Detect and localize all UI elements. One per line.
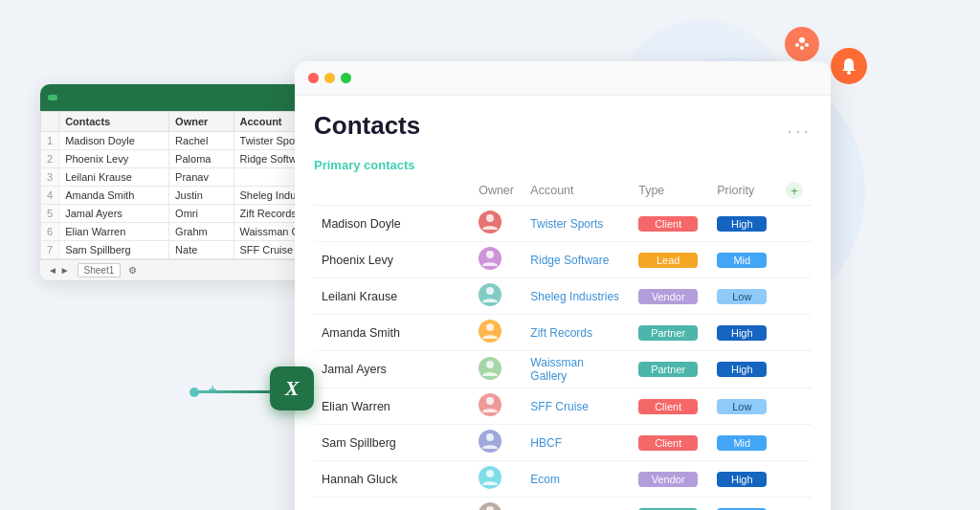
crm-card: Contacts ··· Primary contacts Owner Acco… bbox=[295, 61, 831, 510]
hubspot-icon bbox=[785, 27, 819, 61]
contact-owner-avatar bbox=[471, 425, 523, 461]
contact-type: Partner bbox=[631, 498, 709, 511]
win-close-dot bbox=[308, 73, 319, 83]
priority-badge: Low bbox=[717, 289, 767, 304]
excel-owner: Grahm bbox=[169, 223, 234, 241]
contact-name: Wolf Oppenhaim bbox=[314, 498, 471, 511]
svg-point-8 bbox=[847, 71, 851, 75]
contact-account[interactable]: Waissman Gallery bbox=[523, 351, 631, 388]
contact-row[interactable]: Hannah Gluck Ecom Vendor High bbox=[314, 461, 812, 498]
page-title: Contacts bbox=[314, 111, 420, 141]
contact-name: Phoenix Levy bbox=[314, 242, 471, 278]
contact-account[interactable]: Ridge Software bbox=[523, 242, 631, 278]
contact-actions bbox=[778, 461, 812, 498]
contact-row[interactable]: Elian Warren SFF Cruise Client Low bbox=[314, 388, 812, 425]
contact-row[interactable]: Jamal Ayers Waissman Gallery Partner Hig… bbox=[314, 351, 812, 388]
contact-actions bbox=[778, 498, 812, 511]
contact-owner-avatar bbox=[471, 278, 523, 315]
excel-contact-name: Amanda Smith bbox=[59, 187, 169, 205]
contact-row[interactable]: Phoenix Levy Ridge Software Lead Mid bbox=[314, 242, 812, 278]
contact-name: Hannah Gluck bbox=[314, 461, 471, 498]
win-minimize-dot bbox=[324, 73, 335, 83]
excel-owner: Rachel bbox=[169, 132, 234, 150]
excel-owner: Pranav bbox=[169, 168, 234, 187]
contact-account[interactable]: Sheleg Industries bbox=[523, 278, 631, 315]
contact-account[interactable]: HBCF bbox=[523, 425, 631, 461]
contact-type: Client bbox=[631, 425, 709, 461]
type-badge: Partner bbox=[638, 362, 698, 377]
row-number: 3 bbox=[41, 168, 59, 187]
contact-type: Client bbox=[631, 388, 709, 425]
contact-actions bbox=[778, 278, 812, 315]
more-options-button[interactable]: ··· bbox=[787, 120, 812, 142]
svg-point-15 bbox=[486, 433, 494, 441]
contact-account[interactable]: Twister Sports bbox=[523, 206, 631, 242]
sheet-nav-left[interactable]: ◄ ► bbox=[48, 265, 70, 276]
svg-point-17 bbox=[486, 506, 494, 510]
excel-contact-name: Madison Doyle bbox=[59, 132, 169, 150]
contact-type: Lead bbox=[631, 242, 709, 278]
contact-owner-avatar bbox=[471, 388, 523, 425]
col-header-add: + bbox=[778, 178, 812, 206]
add-column-icon[interactable]: + bbox=[786, 182, 803, 199]
excel-contact-name: Sam Spillberg bbox=[59, 241, 169, 259]
row-number: 7 bbox=[41, 241, 59, 259]
contact-name: Madison Doyle bbox=[314, 206, 471, 242]
avatar bbox=[479, 247, 501, 270]
col-header-owner: Owner bbox=[471, 178, 523, 206]
contact-account[interactable]: Ecom bbox=[523, 461, 631, 498]
contact-type: Partner bbox=[631, 315, 709, 351]
col-header-name bbox=[314, 178, 471, 206]
contact-priority: High bbox=[709, 315, 778, 351]
excel-contact-name: Leilani Krause bbox=[59, 168, 169, 187]
type-badge: Client bbox=[638, 435, 698, 451]
avatar bbox=[479, 430, 501, 453]
contact-account[interactable]: SFF Cruise bbox=[523, 388, 631, 425]
row-number: 5 bbox=[41, 205, 59, 223]
sheet-tab[interactable]: Sheet1 bbox=[78, 263, 122, 277]
svg-point-9 bbox=[486, 214, 494, 222]
contact-type: Client bbox=[631, 206, 709, 242]
contact-owner-avatar bbox=[471, 351, 523, 388]
priority-badge: Mid bbox=[717, 435, 767, 451]
contact-account[interactable]: Bre Software bbox=[523, 498, 631, 511]
contact-owner-avatar bbox=[471, 498, 523, 511]
contact-priority: Mid bbox=[709, 498, 778, 511]
contact-row[interactable]: Madison Doyle Twister Sports Client High bbox=[314, 206, 812, 242]
sheet-settings-icon[interactable]: ⚙ bbox=[128, 265, 137, 276]
notification-bell-icon[interactable] bbox=[831, 48, 867, 84]
contact-account[interactable]: Zift Records bbox=[523, 315, 631, 351]
contact-name: Amanda Smith bbox=[314, 315, 471, 351]
contact-priority: High bbox=[709, 351, 778, 388]
excel-owner: Nate bbox=[169, 241, 234, 259]
col-header-account: Account bbox=[523, 178, 631, 206]
contact-row[interactable]: Leilani Krause Sheleg Industries Vendor … bbox=[314, 278, 812, 315]
avatar bbox=[479, 283, 501, 306]
excel-indicator bbox=[48, 95, 57, 100]
svg-point-11 bbox=[486, 287, 494, 295]
contact-actions bbox=[778, 242, 812, 278]
type-badge: Client bbox=[638, 216, 698, 232]
contacts-table: Owner Account Type Priority + Madison Do… bbox=[314, 178, 812, 510]
svg-point-1 bbox=[800, 46, 804, 50]
svg-point-10 bbox=[486, 251, 494, 258]
contact-row[interactable]: Amanda Smith Zift Records Partner High bbox=[314, 315, 812, 351]
contact-row[interactable]: Wolf Oppenhaim Bre Software Partner Mid bbox=[314, 498, 812, 511]
contact-priority: Mid bbox=[709, 425, 778, 461]
contact-row[interactable]: Sam Spillberg HBCF Client Mid bbox=[314, 425, 812, 461]
type-badge: Vendor bbox=[638, 289, 698, 304]
contact-priority: Low bbox=[709, 278, 778, 315]
contact-name: Leilani Krause bbox=[314, 278, 471, 315]
contact-actions bbox=[778, 388, 812, 425]
contact-owner-avatar bbox=[471, 242, 523, 278]
crm-body: Contacts ··· Primary contacts Owner Acco… bbox=[295, 96, 831, 510]
contact-owner-avatar bbox=[471, 461, 523, 498]
deco-cross-3: + bbox=[209, 382, 216, 397]
type-badge: Partner bbox=[638, 325, 698, 341]
svg-point-3 bbox=[795, 43, 799, 47]
contact-priority: High bbox=[709, 206, 778, 242]
crm-card-titlebar bbox=[295, 61, 831, 96]
contact-priority: Mid bbox=[709, 242, 778, 278]
contact-actions bbox=[778, 351, 812, 388]
excel-contact-name: Phoenix Levy bbox=[59, 150, 169, 168]
